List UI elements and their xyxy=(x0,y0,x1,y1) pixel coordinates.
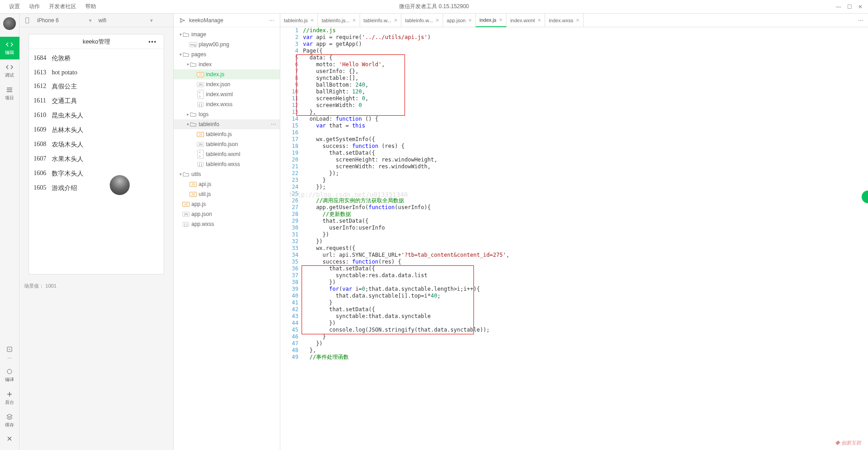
maximize-button[interactable]: ☐ xyxy=(846,4,853,10)
code-line[interactable]: //事件处理函数 xyxy=(303,354,868,361)
nav-compile[interactable]: 编译 xyxy=(0,364,20,386)
nav-project[interactable]: 项目 xyxy=(0,82,20,105)
code-line[interactable]: ballRight: 120, xyxy=(303,88,868,95)
code-line[interactable]: for(var i=0;that.data.synctable.length>i… xyxy=(303,286,868,293)
code-line[interactable]: }); xyxy=(303,184,868,191)
close-icon[interactable]: × xyxy=(435,17,439,24)
code-line[interactable]: var app = getApp() xyxy=(303,41,868,48)
nav-edit[interactable]: 编辑 xyxy=(0,37,20,59)
code-line[interactable]: that.setData({ xyxy=(303,150,868,157)
folder-item[interactable]: ▾index xyxy=(174,59,280,69)
menu-item[interactable]: 帮助 xyxy=(81,3,101,10)
code-line[interactable]: }) xyxy=(303,231,868,238)
chevron-down-icon[interactable]: ▾ xyxy=(178,172,183,176)
editor-tab[interactable]: tableinfo.js...× xyxy=(318,14,360,27)
code-line[interactable]: }, xyxy=(303,347,868,354)
folder-item[interactable]: ▾pages xyxy=(174,49,280,59)
menu-dots-icon[interactable]: ••• xyxy=(148,39,157,45)
code-line[interactable]: that.setData({ xyxy=(303,265,868,272)
chevron-down-icon[interactable]: ▾ xyxy=(178,32,183,37)
file-item[interactable]: JNapp.json xyxy=(174,209,280,219)
code-line[interactable]: ballBottom: 240, xyxy=(303,82,868,88)
list-item[interactable]: 1610昆虫木头人 xyxy=(34,108,159,123)
file-item[interactable]: JNindex.json xyxy=(174,79,280,89)
code-line[interactable]: url: api.SYNC_TABLE_URL+'?tb=tab_content… xyxy=(303,252,868,259)
code-line[interactable]: that.data.synctable[i].top=i*40; xyxy=(303,293,868,299)
file-item[interactable]: < >tableinfo.wxml xyxy=(174,149,280,159)
network-select[interactable]: wifi ▾ xyxy=(98,17,153,24)
code-line[interactable]: //调用应用实例的方法获取全局数据 xyxy=(303,197,868,204)
file-item[interactable]: < >index.wxml xyxy=(174,89,280,99)
code-line[interactable]: }) xyxy=(303,320,868,327)
code-line[interactable]: } xyxy=(303,299,868,306)
tab-more[interactable]: ⋯ xyxy=(853,17,868,24)
list-item[interactable]: 1684伦敦桥 xyxy=(34,51,159,66)
code-line[interactable]: synctable:[], xyxy=(303,75,868,82)
editor-tab[interactable]: tableinfo.w...× xyxy=(401,14,443,27)
file-item[interactable]: JStableinfo.js xyxy=(174,129,280,139)
list-item[interactable]: 1612真假公主 xyxy=(34,79,159,94)
more-icon[interactable]: ⋯ xyxy=(271,121,276,127)
file-item[interactable]: JSutil.js xyxy=(174,189,280,199)
code-line[interactable]: userInfo: {}, xyxy=(303,68,868,75)
device-select[interactable]: iPhone 6 ▾ xyxy=(37,17,92,24)
chevron-down-icon[interactable]: ▾ xyxy=(178,52,183,57)
code-line[interactable]: screenWidth: 0 xyxy=(303,102,868,109)
code-line[interactable]: that.setData({ xyxy=(303,218,868,225)
nav-debug[interactable]: 调试 xyxy=(0,59,20,82)
file-item[interactable]: { }app.wxss xyxy=(174,219,280,229)
file-item[interactable]: JSindex.js xyxy=(174,69,280,79)
chevron-down-icon[interactable]: ▾ xyxy=(185,62,190,67)
code-line[interactable]: }) xyxy=(303,238,868,245)
close-icon[interactable]: × xyxy=(576,17,580,24)
code-line[interactable]: synctable:that.data.synctable xyxy=(303,313,868,320)
menu-item[interactable]: 开发者社区 xyxy=(44,3,81,10)
list-item[interactable]: 1613hot potato xyxy=(34,66,159,79)
folder-item[interactable]: ▾image xyxy=(174,29,280,39)
file-item[interactable]: JNtableinfo.json xyxy=(174,139,280,149)
code-line[interactable]: var api = require('../../utils/api.js') xyxy=(303,34,868,41)
close-icon[interactable]: × xyxy=(538,17,541,24)
list-item[interactable]: 1609丛林木头人 xyxy=(34,123,159,137)
nav-clear[interactable]: … xyxy=(0,341,20,364)
file-item[interactable]: { }index.wxss xyxy=(174,99,280,109)
code-content[interactable]: http://blog.csdn.net/u013351340 //index.… xyxy=(303,27,868,450)
close-icon[interactable]: × xyxy=(311,17,314,24)
code-line[interactable]: wx.getSystemInfo({ xyxy=(303,136,868,143)
simulator-content[interactable]: 1684伦敦桥1613hot potato1612真假公主1611交通工具161… xyxy=(29,49,164,198)
code-line[interactable]: success: function(res) { xyxy=(303,259,868,265)
chevron-right-icon[interactable]: ▸ xyxy=(185,112,190,117)
code-line[interactable]: } xyxy=(303,333,868,340)
avatar[interactable] xyxy=(3,17,16,30)
code-editor[interactable]: 1234567891011121314151617181920212223242… xyxy=(280,27,868,450)
editor-tab[interactable]: tableinfo.js× xyxy=(280,14,318,27)
chevron-down-icon[interactable]: ▾ xyxy=(185,122,190,127)
code-line[interactable]: var that = this xyxy=(303,122,868,129)
list-item[interactable]: 1606数字木头人 xyxy=(34,166,159,181)
code-line[interactable]: that.setData({ xyxy=(303,306,868,313)
code-line[interactable]: app.getUserInfo(function(userInfo){ xyxy=(303,204,868,211)
code-line[interactable]: }, xyxy=(303,109,868,116)
code-line[interactable] xyxy=(303,129,868,136)
nav-close[interactable] xyxy=(0,432,20,445)
code-line[interactable]: onLoad: function () { xyxy=(303,116,868,122)
minimize-button[interactable]: — xyxy=(835,4,842,10)
editor-tab[interactable]: app.json× xyxy=(443,14,476,27)
code-line[interactable]: }) xyxy=(303,279,868,286)
nav-background[interactable]: 后台 xyxy=(0,386,20,409)
close-icon[interactable]: × xyxy=(468,17,472,24)
folder-item[interactable]: ▸logs xyxy=(174,109,280,119)
code-line[interactable]: userInfo:userInfo xyxy=(303,225,868,231)
code-line[interactable]: console.log(JSON.stringify(that.data.syn… xyxy=(303,327,868,333)
code-line[interactable]: }); xyxy=(303,170,868,177)
more-icon[interactable]: ⋯ xyxy=(269,17,274,24)
code-line[interactable]: data: { xyxy=(303,54,868,61)
folder-item[interactable]: ▾utils xyxy=(174,169,280,179)
close-icon[interactable]: × xyxy=(352,17,356,24)
code-line[interactable]: //更新数据 xyxy=(303,211,868,218)
code-line[interactable]: Page({ xyxy=(303,48,868,54)
code-line[interactable]: } xyxy=(303,177,868,184)
code-line[interactable]: screenHeight: res.windowHeight, xyxy=(303,157,868,163)
code-line[interactable]: wx.request({ xyxy=(303,245,868,252)
file-item[interactable]: { }tableinfo.wxss xyxy=(174,159,280,169)
